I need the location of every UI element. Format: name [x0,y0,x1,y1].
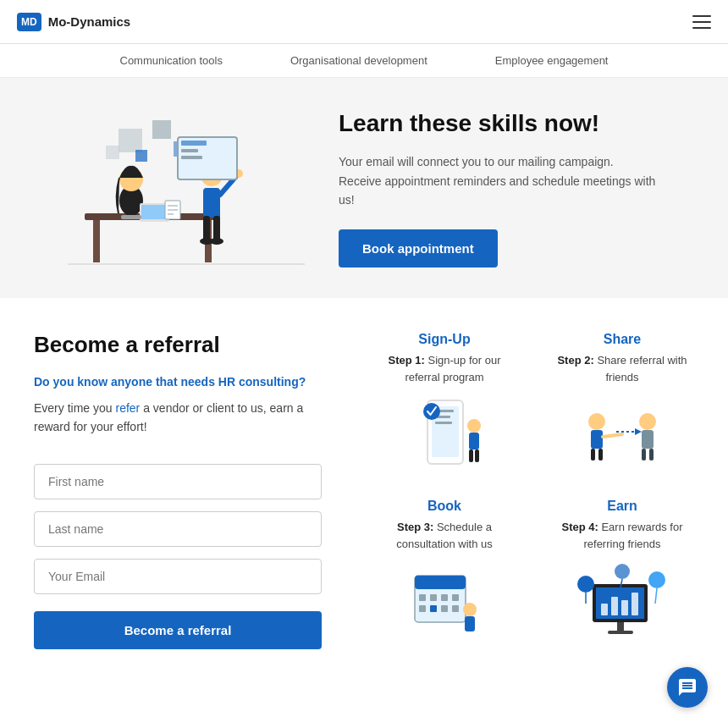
svg-rect-37 [469,433,479,449]
referral-description: Every time you refer a vendor or client … [34,399,322,437]
referral-left: Become a referral Do you know anyone tha… [34,332,322,649]
svg-rect-41 [591,430,603,449]
svg-rect-52 [415,576,466,589]
svg-rect-4 [106,146,119,159]
svg-point-20 [210,238,223,245]
step-earn: Earn Step 4: Earn rewards for referring … [550,499,694,648]
step-signup-title: Sign-Up [372,332,516,347]
svg-rect-12 [121,215,141,219]
svg-rect-54 [430,594,437,601]
nav-item-communication[interactable]: Communication tools [120,54,223,67]
svg-rect-38 [469,449,473,462]
logo-badge: MD [17,13,41,31]
svg-point-61 [463,603,477,616]
svg-rect-60 [452,605,459,612]
svg-point-36 [467,419,481,433]
svg-rect-48 [649,449,654,461]
svg-point-75 [615,564,630,579]
svg-rect-24 [181,156,202,159]
hero-svg [34,103,305,273]
nav-item-employee[interactable]: Employee engagement [495,54,609,67]
svg-rect-46 [642,430,654,449]
svg-rect-0 [119,129,142,152]
svg-rect-58 [430,605,437,612]
hero-content: Learn these skills now! Your email will … [339,108,694,268]
svg-rect-22 [181,141,207,146]
svg-line-74 [655,588,657,604]
step-share-label: Step 2: Share referral with friends [550,352,694,385]
svg-point-73 [648,571,665,588]
svg-rect-6 [93,220,100,262]
hamburger-menu[interactable] [692,15,711,29]
svg-rect-55 [441,594,448,601]
step-book-label: Step 3: Schedule a consultation with us [372,519,516,552]
svg-rect-39 [475,449,479,462]
signup-svg [398,396,491,477]
referral-title: Become a referral [34,332,322,358]
svg-point-71 [577,576,594,593]
svg-rect-3 [135,150,147,162]
step-earn-illustration [571,560,673,645]
book-appointment-button[interactable]: Book appointment [339,229,498,267]
svg-point-40 [588,413,605,430]
step-share-illustration [571,394,673,478]
referral-question: Do you know anyone that needs HR consult… [34,375,322,389]
svg-rect-70 [608,631,633,634]
svg-rect-65 [601,604,608,615]
nav-item-org-dev[interactable]: Organisational development [290,54,427,67]
hamburger-line-2 [692,21,711,23]
svg-rect-68 [631,593,638,615]
svg-rect-13 [203,188,220,218]
hero-section: Learn these skills now! Your email will … [0,78,728,298]
svg-line-44 [603,434,622,437]
hero-description: Your email will connect you to our maili… [339,152,660,209]
chat-icon [677,677,698,698]
email-input[interactable] [34,559,322,594]
step-book-title: Book [372,499,516,514]
header: MD Mo-Dynamics [0,0,728,44]
last-name-input[interactable] [34,511,322,547]
svg-rect-53 [419,594,426,601]
referral-section: Become a referral Do you know anyone tha… [0,298,728,700]
book-svg [398,563,491,643]
first-name-group [34,464,322,499]
svg-rect-62 [465,616,475,631]
svg-rect-59 [441,605,448,612]
step-share: Share Step 2: Share referral with friend… [550,332,694,482]
step-signup-label: Step 1: Sign-up for our referral program [372,352,516,385]
svg-rect-17 [203,216,210,241]
step-signup-illustration [394,394,495,478]
become-referral-button[interactable]: Become a referral [34,611,322,649]
svg-rect-66 [611,597,618,615]
svg-rect-1 [152,120,171,139]
svg-rect-57 [419,605,426,612]
logo-area[interactable]: MD Mo-Dynamics [17,13,130,31]
chat-button[interactable] [667,667,708,708]
svg-rect-34 [435,422,452,424]
earn-svg [576,563,669,643]
step-book-illustration [394,560,495,645]
svg-rect-56 [452,594,459,601]
first-name-input[interactable] [34,464,322,499]
nav-bar: Communication tools Organisational devel… [0,44,728,78]
hero-illustration [34,103,305,273]
step-earn-title: Earn [550,499,694,514]
svg-rect-11 [141,205,168,219]
share-svg [576,396,669,477]
last-name-group [34,511,322,547]
step-earn-label: Step 4: Earn rewards for referring frien… [550,519,694,552]
svg-rect-43 [598,449,603,461]
step-book: Book Step 3: Schedule a consultation wit… [372,499,516,648]
svg-point-35 [423,403,440,420]
svg-rect-67 [621,600,628,615]
hamburger-line-1 [692,15,711,17]
email-group [34,559,322,594]
svg-rect-69 [617,622,624,631]
hero-title: Learn these skills now! [339,108,694,139]
hamburger-line-3 [692,27,711,29]
svg-rect-47 [642,449,646,461]
logo-text: Mo-Dynamics [48,14,131,29]
svg-marker-50 [635,428,642,435]
svg-point-45 [639,413,656,430]
svg-rect-23 [181,149,198,152]
